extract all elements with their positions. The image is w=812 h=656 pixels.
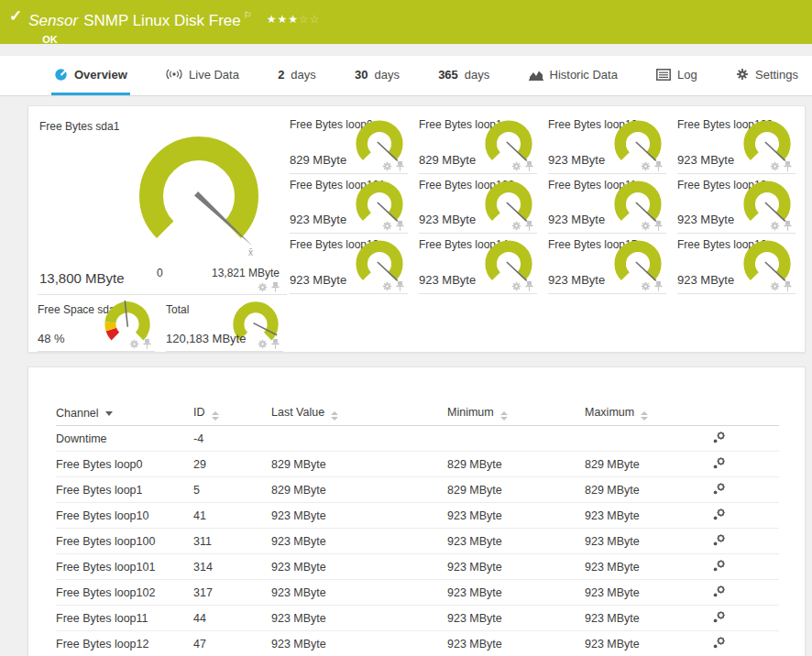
gauge-panel-free-bytes-sda1[interactable]: Free Bytes sda1 x̄ 13,800 MByte 0 13,821… bbox=[38, 114, 287, 295]
gauge-gear-icon[interactable] bbox=[511, 221, 521, 231]
gauge-pin-icon[interactable] bbox=[143, 339, 151, 349]
column-header-maximum[interactable]: Maximum bbox=[585, 406, 711, 421]
gauge-gear-icon[interactable] bbox=[770, 281, 780, 291]
status-ok-check-icon: ✓ bbox=[9, 7, 22, 26]
table-row-free-bytes-loop12[interactable]: Free Bytes loop1247923 MByte923 MByte923… bbox=[56, 631, 779, 656]
channel-settings-icon[interactable] bbox=[713, 456, 726, 469]
bottom-gauges-row: Free Space sda148 % Total120,183 MByte bbox=[38, 299, 283, 352]
gauge-gear-icon[interactable] bbox=[770, 221, 780, 231]
column-header-minimum[interactable]: Minimum bbox=[447, 406, 585, 421]
gauge-pin-icon[interactable] bbox=[396, 281, 404, 291]
cell-maximum: 923 MByte bbox=[585, 509, 711, 522]
gauge-panel-free-bytes-loop14[interactable]: Free Bytes loop14923 MByte bbox=[419, 234, 537, 294]
gauge-gear-icon[interactable] bbox=[511, 281, 521, 291]
chart-icon bbox=[529, 69, 543, 81]
gauge-gear-icon[interactable] bbox=[382, 221, 392, 231]
table-row-free-bytes-loop0[interactable]: Free Bytes loop029829 MByte829 MByte829 … bbox=[56, 452, 779, 477]
gauge-pin-icon[interactable] bbox=[525, 221, 533, 231]
tab-settings[interactable]: Settings bbox=[733, 56, 801, 95]
gauge-actions bbox=[382, 281, 404, 291]
tab-label: days bbox=[291, 68, 315, 82]
gauge-gear-icon[interactable] bbox=[770, 161, 780, 171]
gauge-pin-icon[interactable] bbox=[654, 161, 663, 171]
small-gauges-grid: Free Bytes loop0829 MByte Free Bytes loo… bbox=[290, 114, 796, 294]
gauge-panel-free-bytes-loop11[interactable]: Free Bytes loop11923 MByte bbox=[548, 174, 666, 235]
gauge-gear-icon[interactable] bbox=[511, 161, 521, 171]
gauge-pin-icon[interactable] bbox=[271, 339, 280, 349]
gauge-pin-icon[interactable] bbox=[396, 221, 404, 231]
table-row-free-bytes-loop102[interactable]: Free Bytes loop102317923 MByte923 MByte9… bbox=[56, 580, 779, 606]
table-row-free-bytes-loop100[interactable]: Free Bytes loop100311923 MByte923 MByte9… bbox=[56, 529, 779, 554]
gauge-panel-free-bytes-loop12[interactable]: Free Bytes loop12923 MByte bbox=[677, 174, 796, 235]
channel-settings-icon[interactable] bbox=[713, 636, 726, 649]
gauge-value: 923 MByte bbox=[290, 213, 346, 226]
tab-log[interactable]: Log bbox=[653, 56, 700, 95]
channel-settings-icon[interactable] bbox=[713, 482, 726, 495]
gauge-panel-free-bytes-loop1[interactable]: Free Bytes loop1829 MByte bbox=[419, 114, 537, 174]
cell-id: 41 bbox=[193, 509, 271, 522]
tab-365-days[interactable]: 365days bbox=[435, 56, 492, 95]
gauge-panel-free-bytes-loop15[interactable]: Free Bytes loop15923 MByte bbox=[548, 234, 666, 294]
cell-last-value: 923 MByte bbox=[271, 509, 447, 522]
cell-id: 44 bbox=[193, 612, 271, 625]
cell-minimum: 923 MByte bbox=[447, 612, 585, 625]
gauge-panel-free-bytes-loop16[interactable]: Free Bytes loop16923 MByte bbox=[677, 234, 796, 294]
tab-label: days bbox=[374, 68, 399, 82]
gauge-panel-total[interactable]: Total120,183 MByte bbox=[166, 299, 283, 352]
gauge-gear-icon[interactable] bbox=[641, 221, 651, 231]
gauge-panel-free-bytes-loop100[interactable]: Free Bytes loop100923 MByte bbox=[677, 114, 796, 174]
gauge-pin-icon[interactable] bbox=[784, 161, 792, 171]
gauge-panel-free-bytes-loop0[interactable]: Free Bytes loop0829 MByte bbox=[290, 114, 408, 174]
gauge-panel-free-bytes-loop101[interactable]: Free Bytes loop101923 MByte bbox=[290, 174, 408, 235]
priority-stars[interactable]: ★★★☆☆ bbox=[267, 13, 321, 26]
channel-settings-icon[interactable] bbox=[713, 559, 726, 572]
tab-2-days[interactable]: 2days bbox=[275, 56, 319, 95]
channel-settings-icon[interactable] bbox=[713, 533, 726, 546]
tab-live-data[interactable]: Live Data bbox=[163, 56, 242, 95]
table-row-free-bytes-loop10[interactable]: Free Bytes loop1041923 MByte923 MByte923… bbox=[56, 503, 779, 529]
tab-historic-data[interactable]: Historic Data bbox=[526, 56, 620, 95]
gauge-gear-icon[interactable] bbox=[382, 161, 392, 171]
table-row-free-bytes-loop11[interactable]: Free Bytes loop1144923 MByte923 MByte923… bbox=[56, 606, 779, 631]
gauge-gear-icon[interactable] bbox=[129, 339, 139, 349]
column-header-id[interactable]: ID bbox=[193, 406, 271, 421]
channel-settings-icon[interactable] bbox=[713, 431, 726, 443]
table-row-downtime[interactable]: Downtime-4 bbox=[56, 426, 779, 452]
column-header-last-value[interactable]: Last Value bbox=[271, 406, 447, 421]
gauge-panel-free-bytes-loop13[interactable]: Free Bytes loop13923 MByte bbox=[290, 234, 408, 294]
flag-icon[interactable]: ⚐ bbox=[244, 10, 252, 20]
gauge-value: 923 MByte bbox=[419, 213, 476, 226]
gauge-actions bbox=[511, 221, 533, 231]
cell-channel: Free Bytes loop11 bbox=[56, 612, 193, 625]
gauge-gear-icon[interactable] bbox=[641, 161, 651, 171]
gauge-pin-icon[interactable] bbox=[654, 281, 663, 291]
gauge-title: Free Bytes sda1 bbox=[39, 120, 119, 133]
gauge-gear-icon[interactable] bbox=[258, 282, 268, 292]
cell-id: 314 bbox=[193, 561, 271, 574]
column-label: ID bbox=[193, 406, 205, 419]
gauge-panel-free-space-sda1[interactable]: Free Space sda148 % bbox=[38, 299, 155, 352]
gauge-pin-icon[interactable] bbox=[525, 161, 533, 171]
gauge-gear-icon[interactable] bbox=[258, 339, 268, 349]
gauge-pin-icon[interactable] bbox=[396, 161, 404, 171]
gauge-panel-free-bytes-loop102[interactable]: Free Bytes loop102923 MByte bbox=[419, 174, 537, 235]
channel-settings-icon[interactable] bbox=[713, 508, 726, 520]
gauge-gear-icon[interactable] bbox=[641, 281, 651, 291]
gauge-pin-icon[interactable] bbox=[271, 282, 280, 292]
gauge-pin-icon[interactable] bbox=[784, 221, 792, 231]
tab-30-days[interactable]: 30days bbox=[352, 56, 402, 95]
channel-settings-icon[interactable] bbox=[713, 610, 726, 623]
star-icon: ☆ bbox=[299, 13, 310, 26]
column-header-channel[interactable]: Channel bbox=[56, 407, 193, 420]
cell-id: 47 bbox=[193, 638, 271, 651]
table-row-free-bytes-loop1[interactable]: Free Bytes loop15829 MByte829 MByte829 M… bbox=[56, 477, 779, 503]
table-row-free-bytes-loop101[interactable]: Free Bytes loop101314923 MByte923 MByte9… bbox=[56, 554, 779, 580]
gauge-pin-icon[interactable] bbox=[784, 281, 792, 291]
gauge-pin-icon[interactable] bbox=[525, 281, 533, 291]
tab-overview[interactable]: Overview bbox=[51, 56, 130, 95]
channel-settings-icon[interactable] bbox=[713, 585, 726, 597]
gauge-panel-free-bytes-loop10[interactable]: Free Bytes loop10923 MByte bbox=[548, 114, 666, 174]
cell-maximum: 829 MByte bbox=[585, 484, 711, 497]
gauge-gear-icon[interactable] bbox=[382, 281, 392, 291]
gauge-pin-icon[interactable] bbox=[654, 221, 663, 231]
